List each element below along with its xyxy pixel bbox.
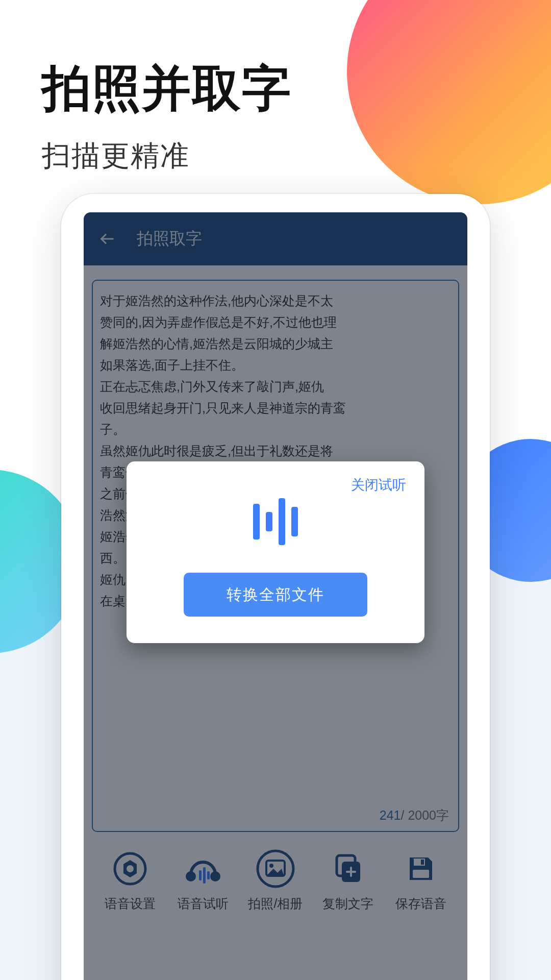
audio-wave-icon (142, 486, 409, 557)
close-preview-link[interactable]: 关闭试听 (351, 476, 406, 494)
hero: 拍照并取字 扫描更精准 (42, 56, 292, 176)
app-screen: 拍照取字 对于姬浩然的这种作法,他内心深处是不太 赞同的,因为弄虚作假总是不好,… (84, 212, 467, 980)
device-frame: 拍照取字 对于姬浩然的这种作法,他内心深处是不太 赞同的,因为弄虚作假总是不好,… (61, 194, 490, 980)
decor-circle-top (347, 0, 551, 204)
hero-title: 拍照并取字 (42, 56, 292, 122)
convert-all-button[interactable]: 转换全部文件 (184, 573, 367, 617)
audio-preview-modal: 关闭试听 转换全部文件 (127, 461, 424, 643)
hero-subtitle: 扫描更精准 (42, 137, 292, 176)
